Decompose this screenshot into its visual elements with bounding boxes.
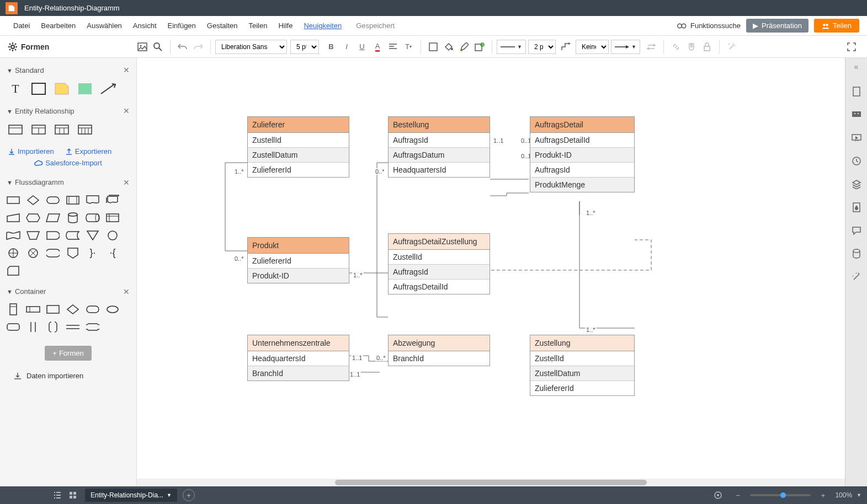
line-type-icon[interactable] bbox=[558, 39, 573, 55]
import-data-link[interactable]: Daten importieren bbox=[6, 366, 131, 386]
entity-zulieferer[interactable]: Zulieferer ZustellId ZustellDatum Zulief… bbox=[247, 116, 349, 178]
menu-datei[interactable]: Datei bbox=[8, 22, 35, 30]
fc-preparation[interactable] bbox=[25, 211, 41, 224]
entity-auftragsdetail[interactable]: AuftragsDetail AuftragsDetailId Produkt-… bbox=[530, 116, 635, 192]
arrow-shape[interactable] bbox=[98, 81, 118, 96]
fc-connector[interactable] bbox=[105, 229, 120, 242]
import-link[interactable]: Importieren bbox=[8, 147, 54, 156]
block-shape[interactable] bbox=[75, 81, 95, 96]
fc-merge[interactable] bbox=[85, 229, 100, 242]
fill-icon[interactable] bbox=[441, 39, 456, 55]
magic-icon[interactable] bbox=[849, 270, 864, 284]
present-icon[interactable] bbox=[849, 131, 864, 145]
fc-multidoc[interactable] bbox=[105, 194, 120, 207]
drop-icon[interactable] bbox=[849, 200, 864, 215]
fc-document[interactable] bbox=[85, 194, 100, 207]
fullscreen-icon[interactable] bbox=[844, 39, 859, 55]
horizontal-scrollbar[interactable] bbox=[137, 479, 845, 486]
menu-hilfe[interactable]: Hilfe bbox=[273, 22, 298, 30]
document-title[interactable]: Entity-Relationship-Diagramm bbox=[24, 4, 120, 12]
fc-sumjunction[interactable] bbox=[25, 246, 41, 260]
ct-6[interactable] bbox=[105, 303, 120, 316]
layers-icon[interactable] bbox=[849, 177, 864, 191]
section-standard[interactable]: ▼Standard ✕ bbox=[6, 62, 131, 78]
lock-icon[interactable] bbox=[699, 39, 715, 55]
fc-or[interactable] bbox=[6, 246, 21, 260]
zoom-slider[interactable] bbox=[750, 494, 811, 496]
magnet-icon[interactable] bbox=[684, 39, 699, 55]
canvas[interactable]: 1..* 0..* 0..* 1..1 0..1 0..1 1..* 1..* … bbox=[137, 58, 845, 486]
fc-manualop[interactable] bbox=[25, 229, 41, 242]
align-icon[interactable] bbox=[385, 39, 401, 55]
undo-icon[interactable] bbox=[175, 39, 190, 55]
fc-internalstorage[interactable] bbox=[105, 211, 120, 224]
section-flowchart[interactable]: ▼Flussdiagramm ✕ bbox=[6, 175, 131, 190]
note-shape[interactable] bbox=[52, 81, 72, 96]
entity-auftragsdetailzustellung[interactable]: AuftragsDetailZustellung ZustellId Auftr… bbox=[388, 233, 490, 294]
salesforce-import-link[interactable]: Salesforce-Import bbox=[34, 159, 102, 167]
grid-view-icon[interactable] bbox=[65, 491, 81, 499]
shapes-button[interactable]: + Formen bbox=[45, 346, 91, 361]
border-icon[interactable] bbox=[425, 39, 441, 55]
ct-2[interactable] bbox=[25, 303, 41, 316]
app-logo-icon[interactable] bbox=[6, 2, 18, 14]
ct-5[interactable] bbox=[85, 303, 100, 316]
close-icon[interactable]: ✕ bbox=[123, 287, 130, 296]
menu-teilen[interactable]: Teilen bbox=[243, 22, 273, 30]
function-search[interactable]: Funktionssuche bbox=[677, 22, 741, 30]
fc-offpage[interactable] bbox=[65, 246, 81, 260]
line-style-select[interactable]: ▼ bbox=[497, 40, 526, 54]
fc-manualinput[interactable] bbox=[6, 211, 21, 224]
rect-shape[interactable] bbox=[29, 81, 49, 96]
fc-papertape[interactable] bbox=[6, 229, 21, 242]
wand-icon[interactable] bbox=[724, 39, 740, 55]
text-shape[interactable]: T bbox=[6, 81, 25, 96]
db-icon[interactable] bbox=[849, 246, 864, 261]
fc-collate[interactable] bbox=[45, 246, 61, 260]
line-width-select[interactable]: 2 px bbox=[528, 40, 556, 54]
menu-bearbeiten[interactable]: Bearbeiten bbox=[35, 22, 81, 30]
swap-ends-icon[interactable] bbox=[643, 39, 659, 55]
er-shape-3[interactable] bbox=[52, 122, 72, 137]
section-container[interactable]: ▼Container ✕ bbox=[6, 284, 131, 299]
entity-produkt[interactable]: Produkt ZuliefererId Produkt-ID bbox=[247, 237, 349, 283]
fc-bracket-close[interactable]: }· bbox=[85, 246, 100, 260]
font-size-select[interactable]: 5 pt bbox=[290, 40, 319, 54]
export-link[interactable]: Exportieren bbox=[65, 147, 111, 156]
ct-3[interactable] bbox=[45, 303, 61, 316]
menu-auswaehlen[interactable]: Auswählen bbox=[81, 22, 127, 30]
entity-abzweigung[interactable]: Abzweigung BranchId bbox=[388, 335, 490, 366]
target-icon[interactable] bbox=[710, 491, 726, 500]
zoom-in-icon[interactable]: + bbox=[815, 491, 831, 500]
pencil-icon[interactable] bbox=[456, 39, 472, 55]
menu-einfuegen[interactable]: Einfügen bbox=[162, 22, 201, 30]
fc-terminator[interactable] bbox=[45, 194, 61, 207]
fc-directdata[interactable] bbox=[85, 211, 100, 224]
image-icon[interactable] bbox=[135, 39, 150, 55]
presentation-button[interactable]: ▶ Präsentation bbox=[746, 19, 809, 33]
ct-8[interactable] bbox=[25, 320, 41, 334]
search-icon[interactable] bbox=[150, 39, 166, 55]
ct-9[interactable] bbox=[45, 320, 61, 334]
entity-unternehmenszentrale[interactable]: Unternehmenszentrale HeadquartersId Bran… bbox=[247, 335, 349, 381]
share-button[interactable]: Teilen bbox=[814, 19, 859, 33]
underline-icon[interactable]: U bbox=[354, 39, 370, 55]
ct-11[interactable] bbox=[85, 320, 100, 334]
chat-icon[interactable] bbox=[849, 223, 864, 238]
fc-card[interactable] bbox=[6, 264, 21, 277]
text-options-icon[interactable]: T▾ bbox=[401, 39, 416, 55]
redo-icon[interactable] bbox=[190, 39, 206, 55]
fc-database[interactable] bbox=[65, 211, 81, 224]
fc-storeddata[interactable] bbox=[65, 229, 81, 242]
ct-7[interactable] bbox=[6, 320, 21, 334]
fc-data[interactable] bbox=[45, 211, 61, 224]
fc-predefined[interactable] bbox=[65, 194, 81, 207]
menu-neuigkeiten[interactable]: Neuigkeiten bbox=[298, 22, 347, 30]
fc-bracket-open[interactable]: ·{ bbox=[105, 246, 120, 260]
comment-flag-icon[interactable] bbox=[849, 108, 864, 122]
font-family-select[interactable]: Liberation Sans bbox=[215, 40, 287, 54]
history-icon[interactable] bbox=[849, 154, 864, 168]
menu-ansicht[interactable]: Ansicht bbox=[127, 22, 162, 30]
collapse-dock-icon[interactable]: « bbox=[854, 62, 859, 71]
section-entity-relationship[interactable]: ▼Entity Relationship ✕ bbox=[6, 103, 131, 119]
